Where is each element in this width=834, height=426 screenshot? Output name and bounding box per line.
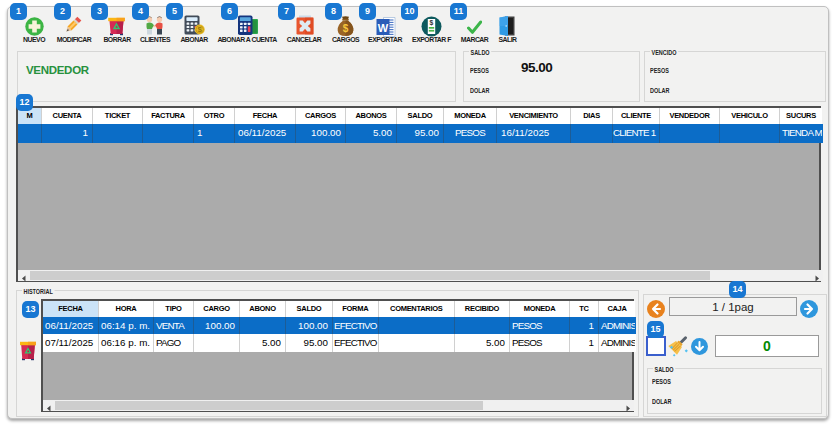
- svg-text:$: $: [430, 19, 434, 27]
- svg-text:W: W: [378, 22, 389, 34]
- svg-text:$: $: [343, 23, 349, 34]
- svg-text:$: $: [197, 25, 202, 34]
